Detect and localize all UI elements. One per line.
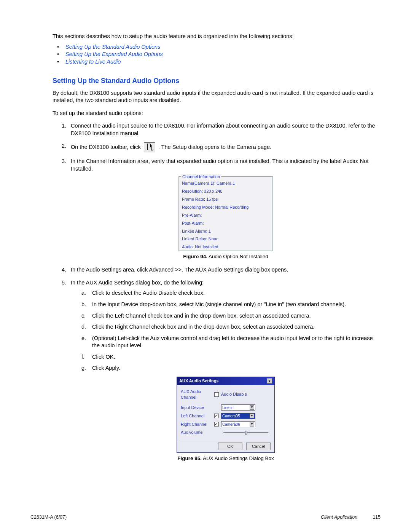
audio-disable-label: Audio Disable (221, 391, 247, 397)
body-paragraph: By default, the DX8100 supports two stan… (53, 89, 381, 104)
dialog-row: Aux volume (181, 430, 271, 435)
link-live-audio[interactable]: Listening to Live Audio (65, 59, 121, 65)
step-text: In the Channel Information area, verify … (71, 158, 368, 172)
chevron-down-icon: ▼ (250, 422, 254, 427)
substep-item: b.In the Input Device drop-down box, sel… (81, 301, 381, 308)
dropdown-value: Camera06 (222, 422, 240, 427)
dialog-row: Right Channel Camera06▼ (181, 421, 271, 427)
substep-item: a.Click to deselect the Audio Disable ch… (81, 289, 381, 297)
panel-row: Recording Mode: Normal Recording (179, 203, 272, 211)
step-text: . The Setup dialog opens to the Camera p… (158, 144, 271, 150)
numbered-steps: 1. Connect the audio input source to the… (53, 122, 381, 462)
step-item: 2. On the DX8100 toolbar, click . The Se… (62, 142, 381, 152)
right-channel-dropdown[interactable]: Camera06▼ (221, 421, 255, 427)
panel-row: Frame Rate: 15 fps (179, 195, 272, 203)
step-text: In the AUX Audio Settings dialog box, do… (71, 280, 204, 286)
aux-channel-label: AUX Audio Channel (181, 389, 212, 400)
step-item: 1. Connect the audio input source to the… (62, 122, 381, 137)
figure-caption: Figure 95. AUX Audio Settings Dialog Box (71, 455, 381, 462)
substep-letter: e. (81, 335, 86, 342)
toc-item: Setting Up the Expanded Audio Options (59, 51, 381, 58)
panel-row: Linked Alarm: 1 (179, 227, 272, 235)
right-channel-checkbox[interactable] (214, 422, 219, 427)
lettered-substeps: a.Click to deselect the Audio Disable ch… (71, 289, 381, 372)
section-heading: Setting Up the Standard Audio Options (53, 76, 381, 85)
substep-letter: d. (81, 323, 86, 331)
substep-letter: a. (81, 289, 86, 297)
figure-number: Figure 94. (183, 254, 207, 259)
toc-item: Setting Up the Standard Audio Options (59, 43, 381, 51)
substep-text: In the Input Device drop-down box, selec… (92, 301, 346, 307)
substep-text: Click the Left Channel check box and in … (92, 313, 311, 319)
substep-text: Click the Right Channel check box and in… (92, 324, 314, 330)
dialog-row: Input Device Line in▼ (181, 404, 271, 411)
panel-row: Audio: Not Installed (179, 243, 272, 251)
dialog-row: AUX Audio Channel Audio Disable (181, 389, 271, 400)
figure-caption: Figure 94. Audio Option Not Installed (71, 253, 381, 260)
figure-number: Figure 95. (177, 455, 202, 461)
step-number: 2. (62, 142, 66, 150)
substep-letter: f. (81, 353, 84, 361)
panel-row: Pre-Alarm: (179, 211, 272, 219)
left-channel-label: Left Channel (181, 413, 212, 419)
dialog-button-row: OK Cancel (177, 440, 274, 452)
panel-title: Channel Information (181, 174, 221, 180)
dropdown-value: Line in (222, 405, 233, 411)
input-device-label: Input Device (181, 405, 212, 411)
step-number: 3. (62, 158, 66, 165)
toc-list: Setting Up the Standard Audio Options Se… (53, 43, 381, 66)
input-device-dropdown[interactable]: Line in▼ (221, 404, 255, 411)
chevron-down-icon: ▼ (250, 405, 254, 410)
aux-volume-slider[interactable] (223, 432, 268, 433)
step-item: 3. In the Channel Information area, veri… (62, 158, 381, 260)
step-number: 1. (62, 122, 66, 130)
panel-row: Post-Alarm: (179, 219, 272, 227)
body-paragraph: To set up the standard audio options: (53, 110, 381, 117)
dialog-body: AUX Audio Channel Audio Disable Input De… (177, 385, 274, 440)
step-number: 5. (62, 279, 66, 287)
channel-info-panel: Channel Information Name(Camera 1): Came… (178, 176, 273, 251)
slider-thumb[interactable] (245, 431, 247, 435)
aux-volume-label: Aux volume (181, 430, 212, 435)
substep-item: f.Click OK. (81, 353, 381, 361)
panel-row: Linked Relay: None (179, 235, 272, 243)
link-standard-audio[interactable]: Setting Up the Standard Audio Options (65, 44, 160, 50)
intro-paragraph: This sections describes how to setup the… (53, 33, 381, 40)
right-channel-label: Right Channel (181, 422, 212, 427)
substep-item: e.(Optional) Left-click the Aux volume c… (81, 335, 381, 350)
audio-disable-checkbox[interactable] (214, 392, 219, 397)
link-expanded-audio[interactable]: Setting Up the Expanded Audio Options (65, 51, 163, 57)
step-text: On the DX8100 toolbar, click (71, 144, 141, 150)
substep-text: (Optional) Left-click the Aux volume con… (92, 335, 373, 349)
aux-audio-settings-dialog: AUX Audio Settings x AUX Audio Channel A… (177, 377, 275, 453)
substep-item: g.Click Apply. (81, 364, 381, 372)
substep-text: Click Apply. (92, 365, 120, 371)
dialog-row: Left Channel Camera05▼ (181, 413, 271, 419)
substep-text: Click OK. (92, 354, 115, 360)
footer-doc-id: C2631M-A (6/07) (30, 514, 67, 521)
ok-button[interactable]: OK (218, 443, 242, 450)
toc-item: Listening to Live Audio (59, 58, 381, 66)
left-channel-dropdown[interactable]: Camera05▼ (221, 413, 255, 419)
substep-letter: g. (81, 364, 86, 372)
dropdown-value: Camera05 (222, 414, 240, 419)
substep-letter: b. (81, 301, 86, 308)
step-item: 4. In the Audio Settings area, click Adv… (62, 266, 381, 274)
substep-item: c.Click the Left Channel check box and i… (81, 312, 381, 320)
step-number: 4. (62, 266, 66, 274)
chevron-down-icon: ▼ (250, 414, 254, 418)
figure-text: AUX Audio Settings Dialog Box (202, 455, 274, 461)
figure-text: Audio Option Not Installed (207, 254, 268, 259)
substep-letter: c. (81, 312, 86, 320)
dialog-title: AUX Audio Settings (179, 378, 218, 384)
cancel-button[interactable]: Cancel (246, 443, 271, 450)
step-item: 5. In the AUX Audio Settings dialog box,… (62, 279, 381, 462)
setup-toolbar-icon (144, 142, 155, 152)
substep-text: Click to deselect the Audio Disable chec… (92, 290, 205, 296)
dialog-titlebar: AUX Audio Settings x (177, 377, 274, 385)
footer-section-title: Client Application (321, 514, 357, 521)
close-button[interactable]: x (267, 378, 272, 383)
panel-row: Resolution: 320 x 240 (179, 187, 272, 195)
step-text: In the Audio Settings area, click Advanc… (71, 267, 288, 273)
left-channel-checkbox[interactable] (214, 414, 219, 418)
